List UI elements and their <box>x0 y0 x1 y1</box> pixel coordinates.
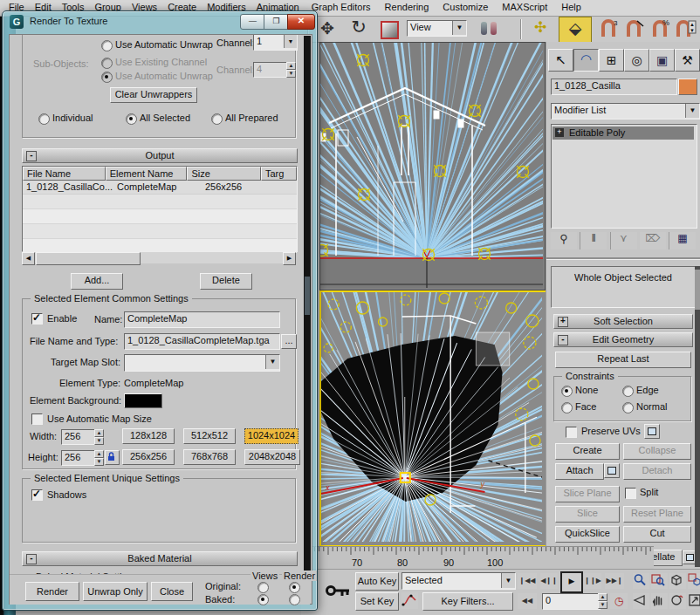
zoom-extents-icon[interactable] <box>669 573 686 589</box>
time-configuration-icon[interactable]: ◷ <box>610 593 628 609</box>
sub-auto-unwrap-radio[interactable] <box>101 72 113 83</box>
rollup-baked-material[interactable]: - Baked Material <box>22 551 298 566</box>
menu-customize[interactable]: Customize <box>436 2 495 12</box>
panel-scrollbar[interactable] <box>695 266 700 567</box>
key-filters-button[interactable]: Key Filters... <box>422 592 513 611</box>
constraint-normal-radio[interactable] <box>622 402 634 413</box>
chevron-down-icon[interactable]: ▼ <box>452 21 466 35</box>
chevron-down-icon[interactable]: ▼ <box>501 573 515 588</box>
split-checkbox[interactable] <box>625 488 636 499</box>
go-to-start-button[interactable]: ❙◀◀ <box>518 573 537 589</box>
scroll-right-icon[interactable]: ▶ <box>283 252 296 265</box>
go-to-end-button[interactable]: ▶▶❙ <box>605 573 624 589</box>
reset-plane-button[interactable]: Reset Plane <box>623 506 691 523</box>
shadows-checkbox[interactable] <box>31 489 43 501</box>
preserve-uvs-checkbox[interactable] <box>566 427 577 438</box>
tab-display[interactable]: ▣ <box>649 49 675 72</box>
create-button[interactable]: Create <box>555 443 620 460</box>
collapse-icon[interactable]: - <box>558 335 568 345</box>
constraint-edge-radio[interactable] <box>622 386 634 397</box>
object-auto-unwrap-radio[interactable] <box>101 40 113 51</box>
sub-channel-spinner[interactable]: ▲▼ <box>286 62 296 78</box>
configure-modifier-sets-icon[interactable]: ▦ <box>669 232 696 249</box>
original-render-radio[interactable] <box>289 582 300 593</box>
menu-rendering[interactable]: Rendering <box>378 2 436 12</box>
modifier-list-dropdown[interactable]: Modifier List ▼ <box>551 103 700 120</box>
target-map-slot-dropdown[interactable]: ▼ <box>124 354 280 372</box>
arc-rotate-icon[interactable] <box>669 593 686 609</box>
size-256-button[interactable]: 256x256 <box>122 449 175 465</box>
object-name-field[interactable]: 1_0128_Casilla <box>551 79 677 95</box>
field-of-view-icon[interactable] <box>633 593 649 609</box>
spinner-snap-icon[interactable]: ▲▼ <box>674 17 697 40</box>
tab-hierarchy[interactable]: ⊞ <box>599 49 624 72</box>
modifier-stack[interactable]: + Editable Poly <box>551 124 697 229</box>
collapse-icon[interactable]: - <box>26 554 37 564</box>
select-and-scale-icon[interactable] <box>381 21 399 39</box>
size-128-button[interactable]: 128x128 <box>122 428 175 444</box>
collapse-button[interactable]: Collapse <box>623 443 691 460</box>
make-unique-icon[interactable]: ⋎ <box>610 232 637 249</box>
clear-unwrappers-button[interactable]: Clear Unwrappers <box>110 87 197 103</box>
object-color-swatch[interactable] <box>678 79 697 95</box>
panel-scrollbar-thumb[interactable] <box>695 270 700 310</box>
delete-button[interactable]: Delete <box>200 273 252 290</box>
select-and-rotate-icon[interactable]: ↻ <box>346 17 372 40</box>
constraint-none-radio[interactable] <box>561 386 573 397</box>
rollup-output[interactable]: - Output <box>22 148 298 163</box>
angle-snap-icon[interactable] <box>623 17 646 40</box>
zoom-icon[interactable] <box>633 573 649 589</box>
output-table[interactable]: File Name Element Name Size Targ 1_0128_… <box>22 166 298 252</box>
pin-stack-icon[interactable]: ⚲ <box>551 232 577 249</box>
preserve-uvs-settings-button[interactable] <box>644 424 660 439</box>
auto-map-size-checkbox[interactable] <box>31 413 43 425</box>
width-field[interactable]: 256 <box>61 429 97 445</box>
close-icon[interactable]: ✕ <box>287 14 315 30</box>
add-button[interactable]: Add... <box>71 273 123 290</box>
menu-help[interactable]: Help <box>554 2 588 12</box>
remove-modifier-icon[interactable]: ⌦ <box>640 232 666 249</box>
select-and-move-icon[interactable]: ✥ <box>316 18 339 40</box>
collapse-icon[interactable]: - <box>26 151 37 161</box>
viewport-perspective-active[interactable]: x y <box>319 290 547 547</box>
set-key-mode-icon[interactable] <box>325 579 351 602</box>
default-in-out-tangents-icon[interactable] <box>401 592 418 609</box>
previous-frame-button[interactable]: ◀❙❙ <box>540 573 558 589</box>
slice-plane-button[interactable]: Slice Plane <box>555 486 620 502</box>
attach-options-button[interactable] <box>604 463 620 478</box>
original-views-radio[interactable] <box>257 582 269 593</box>
height-spinner[interactable]: ▲▼ <box>94 450 104 466</box>
sub-channel-spinner-field[interactable]: 4 <box>253 62 289 78</box>
detach-button[interactable]: Detach <box>623 463 691 480</box>
maximize-viewport-icon[interactable] <box>688 593 700 609</box>
tab-utilities[interactable]: ⚒ <box>675 49 700 72</box>
selection-set-dropdown[interactable]: Selected ▼ <box>401 572 516 590</box>
expand-icon[interactable]: + <box>558 317 568 327</box>
cut-button[interactable]: Cut <box>623 526 691 543</box>
show-end-result-icon[interactable]: ‖ <box>580 232 607 249</box>
viewport-front[interactable] <box>319 42 546 290</box>
dialog-scrollbar-thumb[interactable] <box>305 277 310 315</box>
column-file-name[interactable]: File Name <box>23 167 106 181</box>
width-spinner[interactable]: ▲▼ <box>94 429 104 445</box>
repeat-last-button[interactable]: Repeat Last <box>555 352 691 368</box>
hscroll-thumb[interactable] <box>36 252 141 265</box>
tab-modify[interactable]: ◠ <box>573 49 599 72</box>
zoom-extents-all-icon[interactable] <box>688 573 700 589</box>
browse-button[interactable]: ... <box>281 334 297 349</box>
size-768-button[interactable]: 768x768 <box>183 449 236 465</box>
chevron-down-icon[interactable]: ▼ <box>265 355 279 369</box>
rollup-edit-geometry[interactable]: - Edit Geometry <box>553 332 693 347</box>
tab-motion[interactable]: ◎ <box>624 49 649 72</box>
key-mode-toggle-button[interactable]: ◀◀ <box>518 593 537 609</box>
timeline-ruler[interactable]: 70 80 90 100 <box>301 546 654 570</box>
individual-radio[interactable] <box>38 113 50 125</box>
use-pivot-point-icon[interactable] <box>476 19 505 39</box>
next-frame-button[interactable]: ❙❙▶ <box>584 573 601 589</box>
chevron-down-icon[interactable]: ▼ <box>685 104 699 118</box>
size-2048-button[interactable]: 2048x2048 <box>244 449 300 465</box>
sub-existing-channel-radio[interactable] <box>101 58 113 69</box>
all-prepared-radio[interactable] <box>211 113 223 125</box>
table-row[interactable]: 1_0128_CasillaCo... CompleteMap 256x256 <box>23 181 297 195</box>
object-channel-dropdown[interactable]: 1 ▼ <box>253 35 298 51</box>
